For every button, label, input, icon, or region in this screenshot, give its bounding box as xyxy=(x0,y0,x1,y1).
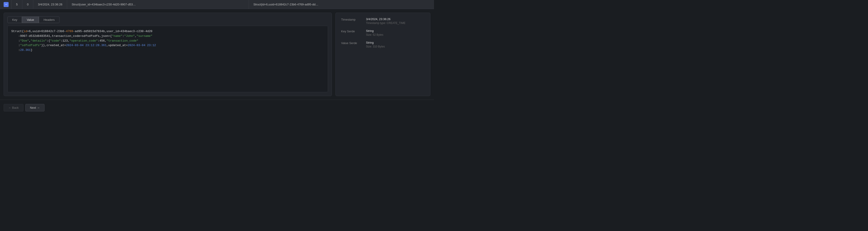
timestamp-label: Timestamp xyxy=(341,18,366,25)
value-serde-sub: Size: 310 Bytes xyxy=(366,45,385,48)
topbar-cell-2: 0 xyxy=(22,0,33,9)
info-timestamp-row: Timestamp 3/4/2024, 23:36:26 Timestamp t… xyxy=(341,18,425,25)
info-value-serde-row: Value Serde String Size: 310 Bytes xyxy=(341,41,425,48)
code-block: Struct{id=6,uuid=618842c7-23b6-4769-ad95… xyxy=(7,26,328,92)
value-serde-value-block: String Size: 310 Bytes xyxy=(366,41,385,48)
timestamp-value: 3/4/2024, 23:36:26 xyxy=(366,18,405,21)
main-content: Key Value Headers Struct{id=6,uuid=61884… xyxy=(0,9,434,100)
topbar-cell-5: Struct{id=6,uuid=618842c7-23b6-4769-ad95… xyxy=(249,0,430,9)
timestamp-value-block: 3/4/2024, 23:36:26 Timestamp type: CREAT… xyxy=(366,18,405,25)
collapse-button[interactable] xyxy=(4,2,8,7)
right-panel: Timestamp 3/4/2024, 23:36:26 Timestamp t… xyxy=(336,13,430,96)
tab-key[interactable]: Key xyxy=(7,16,22,23)
timestamp-sub: Timestamp type: CREATE_TIME xyxy=(366,22,405,25)
bottom-bar: ← Back Next → xyxy=(0,100,434,116)
key-serde-value: String xyxy=(366,29,383,33)
key-serde-sub: Size: 52 Bytes xyxy=(366,33,383,36)
key-serde-label: Key Serde xyxy=(341,29,366,36)
next-button[interactable]: Next → xyxy=(25,104,44,111)
topbar-cell-4: Struct{user_id=434baec3-c230-4d20-9907-d… xyxy=(67,0,249,9)
value-serde-value: String xyxy=(366,41,385,44)
info-key-serde-row: Key Serde String Size: 52 Bytes xyxy=(341,29,425,36)
topbar-cell-3: 3/4/2024, 23:36:26 xyxy=(33,0,67,9)
top-bar: 5 0 3/4/2024, 23:36:26 Struct{user_id=43… xyxy=(0,0,434,9)
key-serde-value-block: String Size: 52 Bytes xyxy=(366,29,383,36)
left-panel: Key Value Headers Struct{id=6,uuid=61884… xyxy=(4,13,332,96)
topbar-cell-1: 5 xyxy=(11,0,22,9)
tab-value[interactable]: Value xyxy=(22,16,39,23)
back-button[interactable]: ← Back xyxy=(4,104,24,111)
tab-headers[interactable]: Headers xyxy=(39,16,59,23)
value-serde-label: Value Serde xyxy=(341,41,366,48)
tab-bar: Key Value Headers xyxy=(7,16,328,23)
